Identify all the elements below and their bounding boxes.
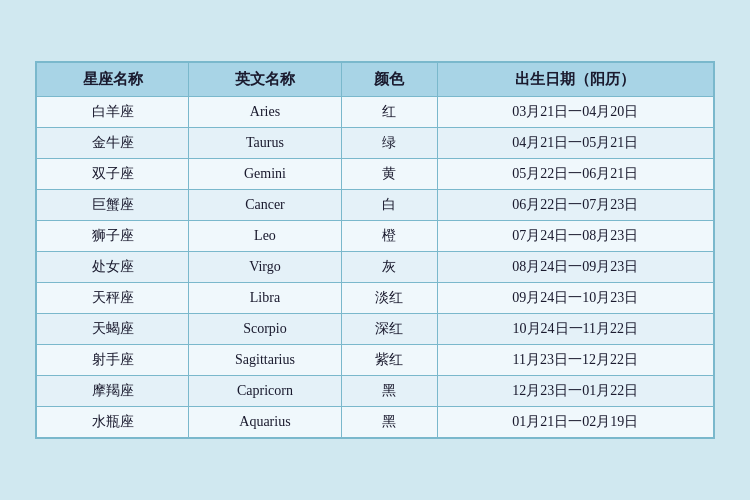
header-zh-name: 星座名称 [37,63,189,97]
table-row: 天蝎座Scorpio深红10月24日一11月22日 [37,314,714,345]
cell-color: 紫红 [341,345,437,376]
cell-en-name: Sagittarius [189,345,341,376]
cell-dates: 12月23日一01月22日 [437,376,713,407]
cell-dates: 01月21日一02月19日 [437,407,713,438]
cell-zh-name: 射手座 [37,345,189,376]
cell-en-name: Taurus [189,128,341,159]
cell-zh-name: 狮子座 [37,221,189,252]
cell-zh-name: 白羊座 [37,97,189,128]
table-row: 处女座Virgo灰08月24日一09月23日 [37,252,714,283]
cell-en-name: Gemini [189,159,341,190]
cell-en-name: Leo [189,221,341,252]
table-row: 水瓶座Aquarius黑01月21日一02月19日 [37,407,714,438]
cell-en-name: Virgo [189,252,341,283]
cell-en-name: Aries [189,97,341,128]
table-row: 双子座Gemini黄05月22日一06月21日 [37,159,714,190]
cell-en-name: Capricorn [189,376,341,407]
cell-zh-name: 巨蟹座 [37,190,189,221]
cell-dates: 10月24日一11月22日 [437,314,713,345]
cell-color: 红 [341,97,437,128]
table-row: 摩羯座Capricorn黑12月23日一01月22日 [37,376,714,407]
table-row: 金牛座Taurus绿04月21日一05月21日 [37,128,714,159]
cell-color: 深红 [341,314,437,345]
cell-en-name: Libra [189,283,341,314]
table-row: 白羊座Aries红03月21日一04月20日 [37,97,714,128]
header-dates: 出生日期（阳历） [437,63,713,97]
table-row: 天秤座Libra淡红09月24日一10月23日 [37,283,714,314]
cell-color: 黄 [341,159,437,190]
cell-dates: 08月24日一09月23日 [437,252,713,283]
cell-dates: 06月22日一07月23日 [437,190,713,221]
header-color: 颜色 [341,63,437,97]
table-row: 狮子座Leo橙07月24日一08月23日 [37,221,714,252]
cell-zh-name: 摩羯座 [37,376,189,407]
cell-en-name: Aquarius [189,407,341,438]
cell-dates: 11月23日一12月22日 [437,345,713,376]
table-header-row: 星座名称 英文名称 颜色 出生日期（阳历） [37,63,714,97]
cell-dates: 04月21日一05月21日 [437,128,713,159]
cell-zh-name: 双子座 [37,159,189,190]
cell-color: 黑 [341,376,437,407]
cell-zh-name: 处女座 [37,252,189,283]
table-body: 白羊座Aries红03月21日一04月20日金牛座Taurus绿04月21日一0… [37,97,714,438]
cell-color: 绿 [341,128,437,159]
cell-dates: 05月22日一06月21日 [437,159,713,190]
cell-zh-name: 天秤座 [37,283,189,314]
cell-en-name: Cancer [189,190,341,221]
table-row: 巨蟹座Cancer白06月22日一07月23日 [37,190,714,221]
cell-dates: 09月24日一10月23日 [437,283,713,314]
cell-color: 黑 [341,407,437,438]
header-en-name: 英文名称 [189,63,341,97]
table-row: 射手座Sagittarius紫红11月23日一12月22日 [37,345,714,376]
cell-dates: 07月24日一08月23日 [437,221,713,252]
zodiac-table: 星座名称 英文名称 颜色 出生日期（阳历） 白羊座Aries红03月21日一04… [36,62,714,438]
cell-color: 橙 [341,221,437,252]
zodiac-table-container: 星座名称 英文名称 颜色 出生日期（阳历） 白羊座Aries红03月21日一04… [35,61,715,439]
cell-zh-name: 金牛座 [37,128,189,159]
cell-color: 淡红 [341,283,437,314]
cell-dates: 03月21日一04月20日 [437,97,713,128]
cell-color: 灰 [341,252,437,283]
cell-color: 白 [341,190,437,221]
cell-zh-name: 天蝎座 [37,314,189,345]
cell-en-name: Scorpio [189,314,341,345]
cell-zh-name: 水瓶座 [37,407,189,438]
